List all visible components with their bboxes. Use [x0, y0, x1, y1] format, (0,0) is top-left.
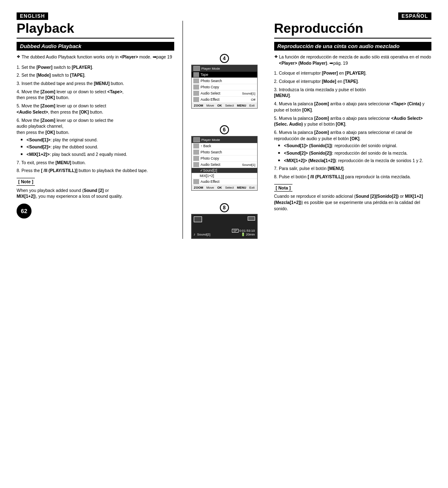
menu1-footer-menu: MENU	[237, 104, 246, 107]
step8-circle: 8	[220, 203, 229, 212]
menu2-mix-label: MIX[1+2]	[200, 174, 214, 178]
bullet-2: <Sound[2]>: play the dubbed sound.	[21, 144, 174, 150]
left-note-text: When you playback added sound (Sound [2]…	[17, 187, 174, 199]
menu1-item-audio-select: Audio Select Sound[1]	[192, 90, 257, 97]
menu1-camera-icon	[193, 66, 200, 71]
menu2-sound2-row: ✓Sound[2]	[192, 168, 257, 173]
display-battery: 20min	[246, 233, 255, 236]
battery-indicator: 🔋	[241, 233, 245, 236]
step4-circle: 4	[220, 54, 229, 63]
menu-diagram-1: Player Mode Tape Photo Search Photo Copy	[191, 65, 258, 109]
menu1-footer-ok: OK	[217, 104, 222, 107]
menu2-item-audio-select: Audio Select Sound[1]	[192, 162, 257, 168]
bullet-3: <MIX[1+2]>: play back sound1 and 2 equal…	[21, 151, 174, 158]
diagrams-column: 4 Player Mode Tape Photo Search	[183, 21, 266, 239]
left-intro: The dubbed Audio Playback function works…	[17, 54, 174, 60]
menu2-audio-effect-icon	[193, 179, 199, 184]
step-1: 1. Set the [Power] switch to [PLAYER].	[17, 64, 174, 70]
diagram-step8: 8 ♪ Sound[2] SP 0:01:53:10	[191, 203, 258, 239]
menu1-item-tape: Tape	[192, 72, 257, 78]
menu2-audio-effect-label: Audio Effect	[201, 180, 256, 184]
menu-diagram-2: Player Mode ↑ Back Photo Search Photo Co…	[191, 136, 258, 191]
spanish-badge: ESPAÑOL	[398, 12, 431, 20]
english-badge: ENGLISH	[17, 12, 48, 20]
right-note-title: [ Nota ]	[274, 184, 292, 192]
right-bullet-2: <Sound[2]> (Sonido[2]): reproducción del…	[278, 150, 432, 156]
menu1-header-text: Player Mode	[202, 67, 220, 70]
left-section-heading: Dubbed Audio Playback	[17, 42, 174, 51]
page-number-badge: 62	[17, 204, 32, 219]
back-icon	[193, 143, 199, 148]
left-note: [ Note ] When you playback added sound (…	[17, 178, 174, 199]
right-intro: La función de reproducción de mezcla de …	[274, 54, 432, 66]
right-step-4: 4. Mueva la palanca [Zoom] arriba o abaj…	[274, 101, 432, 113]
right-step-5: 5. Mueva la palanca [Zoom] arriba o abaj…	[274, 115, 432, 127]
bullet-list: <Sound[1]>: play the original sound. <So…	[21, 137, 174, 158]
menu2-item-audio-effect: Audio Effect	[192, 179, 257, 185]
display-sound-label: Sound[2]	[197, 233, 210, 236]
right-section-heading: Reproducción de una cinta con audio mezc…	[274, 42, 432, 51]
right-step-6: 6. Mueva la palanca [Zoom] arriba o abaj…	[274, 129, 432, 163]
step-8: 8. Press the [ /II (PLAY/STILL)] button …	[17, 168, 174, 174]
page: ENGLISH ESPAÑOL Playback Dubbed Audio Pl…	[0, 0, 448, 488]
menu2-photo-copy-icon	[193, 156, 199, 161]
menu1-audio-effect-label: Audio Effect	[201, 97, 249, 102]
step-3: 3. Insert the dubbed tape and press the …	[17, 80, 174, 87]
step-6: 6. Move the [Zoom] lever up or down to s…	[17, 117, 174, 158]
right-step-8: 8. Pulse el botón [ /II (PLAY/STILL)] pa…	[274, 174, 432, 180]
photo-copy-icon	[193, 85, 199, 90]
menu2-back-label: ↑ Back	[201, 144, 256, 148]
right-step-7: 7. Para salir, pulse el botón [MENU].	[274, 165, 432, 172]
display-right: SP 0:01:53:10 🔋 20min	[232, 229, 255, 236]
content-area: Playback Dubbed Audio Playback The dubbe…	[17, 21, 431, 239]
right-step-1: 1. Coloque el interruptor [Power] en [PL…	[274, 70, 432, 76]
music-icon: ♪	[194, 232, 196, 236]
right-steps: 1. Coloque el interruptor [Power] en [PL…	[274, 70, 432, 180]
menu2-footer-menu: MENU	[237, 186, 246, 189]
right-bullet-1: <Sound[1]> (Sonido[1]): reproducción del…	[278, 143, 432, 149]
menu1-footer-zoom: ZOOM	[194, 104, 203, 107]
right-title: Reproducción	[274, 21, 432, 39]
step-5: 5. Move the [Zoom] lever up or down to s…	[17, 103, 174, 115]
menu2-sound2-label: ✓Sound[2]	[200, 168, 217, 172]
step-4: 4. Move the [Zoom] lever up or down to s…	[17, 89, 174, 101]
menu2-header-text: Player Mode	[202, 138, 220, 142]
menu2-footer: ZOOM Move OK Select MENU Exit	[192, 185, 257, 190]
right-bullet-3: <MIX[1+2]> (Mezcla[1+2]): reproducción d…	[278, 158, 432, 164]
menu2-item-photo-search: Photo Search	[192, 149, 257, 155]
diagram-step6: 6 Player Mode ↑ Back Photo Search	[191, 125, 258, 191]
right-bullet-list: <Sound[1]> (Sonido[1]): reproducción del…	[278, 143, 432, 163]
left-column: Playback Dubbed Audio Playback The dubbe…	[17, 21, 183, 239]
menu2-camera-icon	[193, 137, 200, 142]
tape-cassette-icon	[194, 216, 202, 222]
right-note: [ Nota ] Cuando se reproduce el sonido a…	[274, 184, 432, 212]
tape-icon	[193, 72, 199, 77]
right-step-3: 3. Introduzca la cinta mezclada y pulse …	[274, 87, 432, 99]
menu1-photo-search-label: Photo Search	[201, 79, 256, 83]
audio-select-icon	[193, 91, 199, 96]
bullet-1: <Sound[1]>: play the original sound.	[21, 137, 174, 143]
left-steps: 1. Set the [Power] switch to [PLAYER]. 2…	[17, 64, 174, 174]
menu2-audio-select-icon	[193, 162, 199, 167]
menu1-item-photo-copy: Photo Copy	[192, 84, 257, 90]
menu2-header: Player Mode	[192, 136, 257, 143]
menu2-footer-ok: OK	[217, 186, 222, 189]
diagram-step4: 4 Player Mode Tape Photo Search	[191, 54, 258, 109]
header-row: ENGLISH ESPAÑOL	[17, 12, 431, 20]
display-bottom: ♪ Sound[2] SP 0:01:53:10 🔋 20min	[194, 229, 255, 236]
battery-icon	[248, 216, 255, 221]
menu1-photo-copy-label: Photo Copy	[201, 85, 256, 89]
left-title: Playback	[17, 21, 174, 39]
photo-search-icon	[193, 78, 199, 83]
sound-row: ♪ Sound[2]	[194, 232, 211, 236]
menu2-item-back: ↑ Back	[192, 143, 257, 149]
left-note-title: [ Note ]	[17, 178, 35, 186]
menu1-audio-select-label: Audio Select	[201, 91, 241, 95]
menu1-audio-effect-value: Off	[251, 98, 256, 102]
right-step-2: 2. Coloque el interruptor [Mode] en [TAP…	[274, 78, 432, 85]
menu2-photo-search-icon	[193, 150, 199, 155]
sp-row: SP 0:01:53:10	[232, 229, 255, 233]
step6-circle: 6	[220, 125, 229, 134]
menu2-audio-select-label: Audio Select	[201, 163, 241, 167]
sp-badge: SP	[232, 229, 238, 233]
